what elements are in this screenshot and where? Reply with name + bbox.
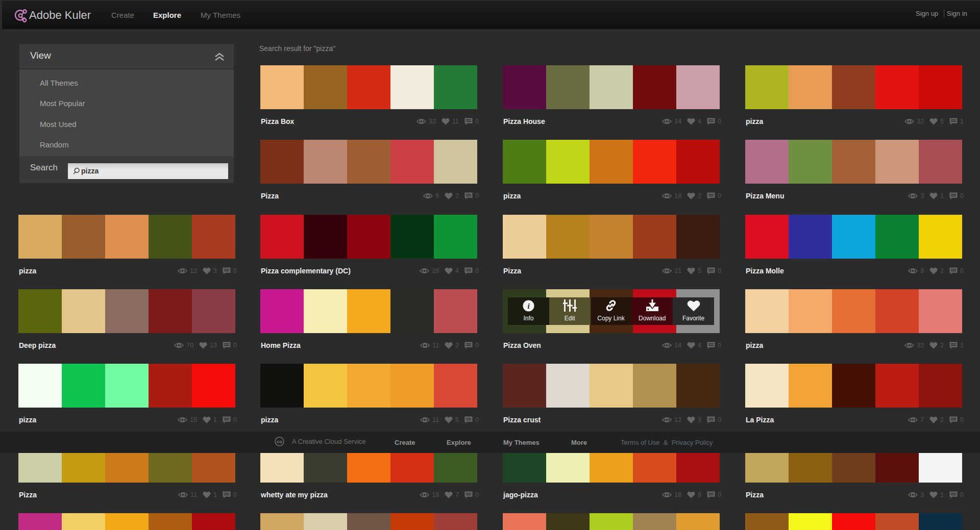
svg-text:co: co <box>277 439 282 444</box>
